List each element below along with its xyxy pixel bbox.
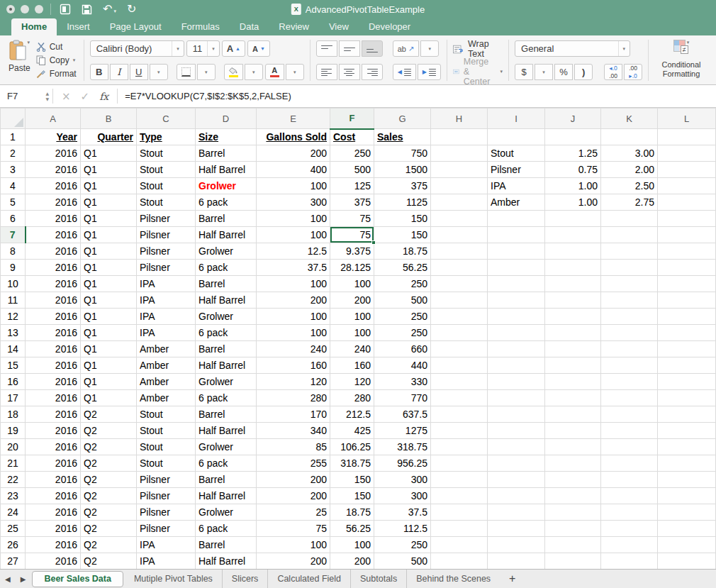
cell-K18[interactable] [601, 406, 658, 423]
col-header-C[interactable]: C [137, 109, 196, 129]
cell-L20[interactable] [658, 439, 716, 455]
cell-F13[interactable]: 100 [330, 325, 374, 341]
cell-A19[interactable]: 2016 [26, 423, 81, 439]
sheet-tab-calculated-field[interactable]: Calculated Field [267, 570, 350, 588]
cell-D22[interactable]: Barrel [196, 472, 257, 488]
cell-F15[interactable]: 160 [330, 357, 374, 374]
cell-B18[interactable]: Q2 [81, 406, 137, 423]
cell-F24[interactable]: 18.75 [330, 504, 374, 521]
cell-G19[interactable]: 1275 [374, 423, 431, 439]
cell-E2[interactable]: 200 [257, 145, 330, 162]
cell-E7[interactable]: 100 [257, 227, 330, 243]
cell-J2[interactable]: 1.25 [545, 145, 601, 162]
cell-E17[interactable]: 280 [257, 390, 330, 406]
cell-I18[interactable] [488, 406, 545, 423]
cell-G6[interactable]: 150 [374, 211, 431, 227]
cell-H11[interactable] [431, 292, 488, 309]
cell-J21[interactable] [545, 455, 601, 472]
col-header-K[interactable]: K [601, 109, 658, 129]
cell-C2[interactable]: Stout [137, 145, 196, 162]
cell-C21[interactable]: Stout [137, 455, 196, 472]
cell-B19[interactable]: Q2 [81, 423, 137, 439]
cell-D4[interactable]: Grolwer [196, 178, 257, 194]
sheet-tab-behind-the-scenes[interactable]: Behind the Scenes [406, 570, 500, 588]
align-center-button[interactable] [339, 64, 360, 80]
cell-H1[interactable] [431, 129, 488, 145]
cell-K7[interactable] [601, 227, 658, 243]
ribbon-tab-developer[interactable]: Developer [359, 18, 420, 35]
cell-G26[interactable]: 250 [374, 537, 431, 553]
cell-I6[interactable] [488, 211, 545, 227]
cell-I14[interactable] [488, 341, 545, 357]
percent-button[interactable]: % [554, 64, 573, 80]
cell-K5[interactable]: 2.75 [601, 194, 658, 211]
cell-A25[interactable]: 2016 [26, 521, 81, 537]
cell-F4[interactable]: 125 [330, 178, 374, 194]
row-header-12[interactable]: 12 [1, 309, 26, 325]
cell-D2[interactable]: Barrel [196, 145, 257, 162]
cell-I24[interactable] [488, 504, 545, 521]
cell-I22[interactable] [488, 472, 545, 488]
cell-I9[interactable] [488, 260, 545, 276]
fill-handle[interactable] [371, 240, 376, 245]
orientation-dropdown[interactable]: ▾ [420, 40, 439, 57]
cell-L3[interactable] [658, 162, 716, 178]
number-format-select[interactable]: General ▾ [515, 40, 630, 57]
row-header-16[interactable]: 16 [1, 374, 26, 390]
cell-A27[interactable]: 2016 [26, 553, 81, 570]
cell-D10[interactable]: Barrel [196, 276, 257, 292]
cell-C19[interactable]: Stout [137, 423, 196, 439]
row-header-5[interactable]: 5 [1, 194, 26, 211]
cell-F6[interactable]: 75 [330, 211, 374, 227]
cell-G3[interactable]: 1500 [374, 162, 431, 178]
cell-A7[interactable]: 2016 [26, 227, 81, 243]
cell-L16[interactable] [658, 374, 716, 390]
cell-E13[interactable]: 100 [257, 325, 330, 341]
cut-button[interactable]: Cut [36, 40, 77, 53]
minimize-button-icon[interactable] [21, 5, 29, 13]
cell-D14[interactable]: Barrel [196, 341, 257, 357]
align-bottom-button[interactable] [362, 40, 383, 57]
cell-G23[interactable]: 300 [374, 488, 431, 504]
cell-I8[interactable] [488, 243, 545, 260]
cell-C10[interactable]: IPA [137, 276, 196, 292]
row-header-6[interactable]: 6 [1, 211, 26, 227]
row-header-21[interactable]: 21 [1, 455, 26, 472]
cell-A15[interactable]: 2016 [26, 357, 81, 374]
cell-G17[interactable]: 770 [374, 390, 431, 406]
row-header-13[interactable]: 13 [1, 325, 26, 341]
cell-K20[interactable] [601, 439, 658, 455]
cell-H17[interactable] [431, 390, 488, 406]
cell-A3[interactable]: 2016 [26, 162, 81, 178]
cell-B27[interactable]: Q2 [81, 553, 137, 570]
cell-D24[interactable]: Grolwer [196, 504, 257, 521]
cell-K22[interactable] [601, 472, 658, 488]
cell-G12[interactable]: 250 [374, 309, 431, 325]
cell-D27[interactable]: Half Barrel [196, 553, 257, 570]
cell-H13[interactable] [431, 325, 488, 341]
cell-I10[interactable] [488, 276, 545, 292]
cell-B7[interactable]: Q1 [81, 227, 137, 243]
cell-C23[interactable]: Pilsner [137, 488, 196, 504]
cancel-icon[interactable]: × [62, 90, 71, 103]
cell-J8[interactable] [545, 243, 601, 260]
cell-K10[interactable] [601, 276, 658, 292]
cell-H9[interactable] [431, 260, 488, 276]
cell-I21[interactable] [488, 455, 545, 472]
cell-F23[interactable]: 150 [330, 488, 374, 504]
cell-L14[interactable] [658, 341, 716, 357]
cell-G1[interactable]: Sales [374, 129, 431, 145]
cell-F12[interactable]: 100 [330, 309, 374, 325]
currency-button[interactable]: $ [515, 64, 533, 80]
zoom-button-icon[interactable] [35, 5, 43, 13]
cell-A12[interactable]: 2016 [26, 309, 81, 325]
cell-C4[interactable]: Stout [137, 178, 196, 194]
borders-dropdown[interactable]: ▾ [197, 64, 216, 80]
wrap-text-button[interactable]: Wrap Text [453, 40, 503, 57]
borders-button[interactable] [177, 64, 196, 80]
ribbon-tab-review[interactable]: Review [269, 18, 319, 35]
col-header-J[interactable]: J [545, 109, 601, 129]
cell-K24[interactable] [601, 504, 658, 521]
cell-G9[interactable]: 56.25 [374, 260, 431, 276]
cell-D13[interactable]: 6 pack [196, 325, 257, 341]
